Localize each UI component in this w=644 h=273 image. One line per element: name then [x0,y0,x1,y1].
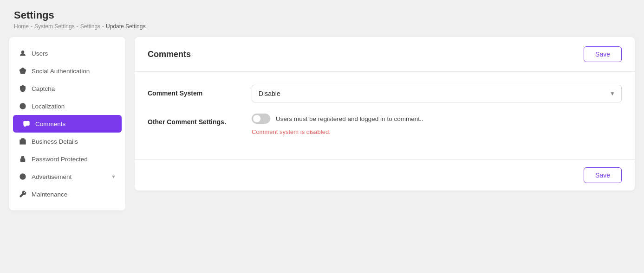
page-title: Settings [14,9,630,21]
breadcrumb-sep2: - [77,23,78,30]
sidebar-item-captcha-label: Captcha [32,85,55,92]
sidebar-item-social-authentication-label: Social Authentication [32,68,90,75]
sidebar-item-maintenance[interactable]: Maintenance [9,185,125,203]
toggle-label-text: Users must be registered and logged in t… [276,115,423,122]
circle-slash-icon [19,102,27,110]
main-content: Comments Save Comment System Disable Ena… [135,37,635,190]
breadcrumb-sep3: - [102,23,104,30]
save-button-bottom[interactable]: Save [584,167,622,183]
breadcrumb-active: Update Settings [106,23,145,30]
content-body: Comment System Disable Enable ▼ Other Co… [135,72,635,159]
breadcrumb-sep1: - [31,23,33,30]
toggle-switch[interactable] [252,114,270,124]
comment-system-select[interactable]: Disable Enable [252,85,622,102]
disabled-message: Comment system is disabled. [252,128,622,135]
sidebar-item-password-protected[interactable]: Password Protected [9,150,125,168]
user-icon [19,49,27,57]
comment-system-label: Comment System [148,85,241,97]
breadcrumb-system-settings[interactable]: System Settings [34,23,75,30]
other-settings-row: Other Comment Settings. Users must be re… [148,114,622,135]
breadcrumb: Home - System Settings - Settings - Upda… [14,23,630,30]
page-header: Settings Home - System Settings - Settin… [9,9,635,30]
toggle-row: Users must be registered and logged in t… [252,114,622,124]
sidebar-item-comments-label: Comments [35,121,65,127]
comment-system-select-wrapper: Disable Enable ▼ [252,85,622,102]
sidebar-item-business-details[interactable]: Business Details [9,133,125,150]
shield-icon [19,84,27,93]
sidebar-item-localization-label: Localization [32,103,65,110]
content-header: Comments Save [135,37,635,72]
content-footer: Save [135,159,635,190]
breadcrumb-settings[interactable]: Settings [80,23,100,30]
sidebar-item-advertisement-label: Advertisement [32,173,72,180]
sidebar-item-users-label: Users [32,50,48,57]
sidebar-item-captcha[interactable]: Captcha [9,80,125,97]
sidebar-item-users[interactable]: Users [9,44,125,62]
wrench-icon [19,190,27,198]
toggle-slider [252,114,270,124]
sidebar: Users Social Authentication Captcha Loca… [9,37,125,210]
save-button-top[interactable]: Save [584,46,622,62]
sidebar-item-maintenance-label: Maintenance [32,191,67,198]
building-icon [19,137,27,146]
chevron-down-icon: ▼ [111,174,116,179]
lock-icon [19,155,27,163]
sidebar-item-localization[interactable]: Localization [9,97,125,115]
diamond-icon [19,67,27,75]
other-settings-control: Users must be registered and logged in t… [252,114,622,135]
dollar-circle-icon [19,172,27,181]
sidebar-item-advertisement[interactable]: Advertisement ▼ [9,168,125,185]
comment-system-row: Comment System Disable Enable ▼ [148,85,622,102]
svg-point-0 [21,51,24,53]
sidebar-item-business-details-label: Business Details [32,138,78,145]
comment-system-control: Disable Enable ▼ [252,85,622,102]
comments-icon [22,120,31,128]
svg-marker-1 [20,68,26,74]
svg-rect-8 [20,159,25,162]
sidebar-item-social-authentication[interactable]: Social Authentication [9,62,125,80]
content-title: Comments [148,50,191,59]
breadcrumb-home[interactable]: Home [14,23,29,30]
svg-rect-4 [24,121,29,126]
layout: Users Social Authentication Captcha Loca… [9,37,635,210]
sidebar-item-comments[interactable]: Comments [13,115,122,133]
other-settings-label: Other Comment Settings. [148,114,241,126]
sidebar-item-password-protected-label: Password Protected [32,156,88,163]
